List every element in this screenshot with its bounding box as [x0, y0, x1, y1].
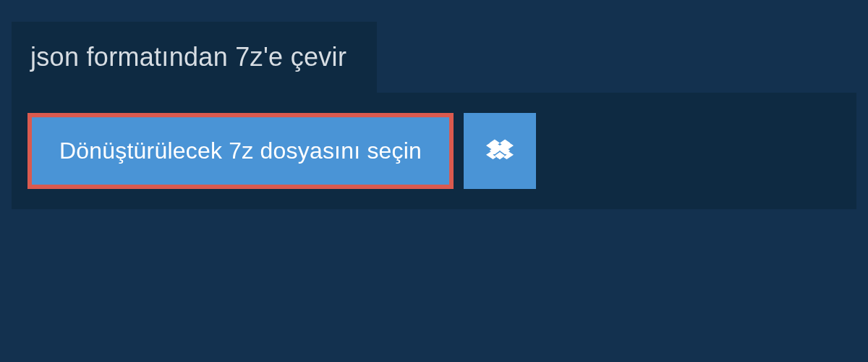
dropbox-icon: [486, 138, 514, 165]
select-file-label: Dönüştürülecek 7z dosyasını seçin: [59, 138, 422, 164]
dropbox-button[interactable]: [464, 113, 536, 189]
button-row: Dönüştürülecek 7z dosyasını seçin: [27, 113, 841, 189]
select-file-button[interactable]: Dönüştürülecek 7z dosyasını seçin: [27, 113, 454, 189]
page-title: json formatından 7z'e çevir: [30, 42, 346, 72]
main-panel: Dönüştürülecek 7z dosyasını seçin: [12, 93, 856, 209]
page-title-tab: json formatından 7z'e çevir: [12, 22, 377, 93]
